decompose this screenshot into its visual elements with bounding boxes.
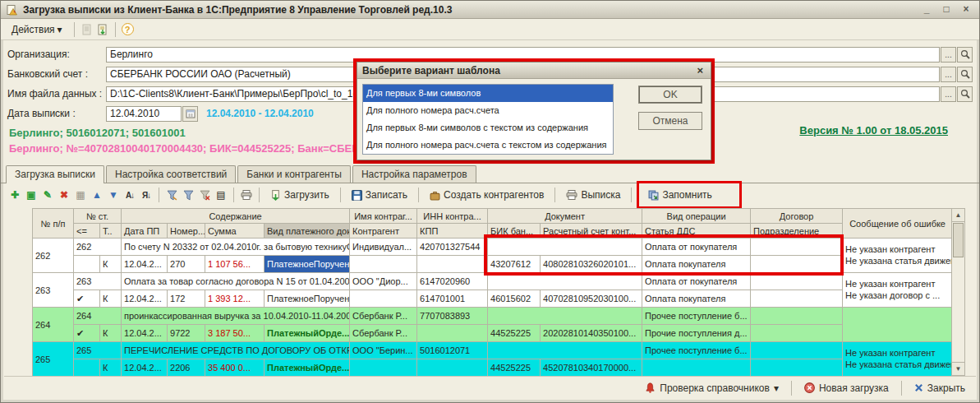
copy-row-icon[interactable]: ▣ xyxy=(24,188,39,202)
sort-desc-icon[interactable]: Я↓ xyxy=(139,188,154,202)
col-header-kpp[interactable]: КПП xyxy=(417,224,488,239)
add-row-icon[interactable]: ✚ xyxy=(7,188,22,202)
reread-icon[interactable] xyxy=(81,23,94,36)
error-cell[interactable]: Не указан контрагентНе указана статья дв… xyxy=(843,239,953,273)
col-header-num[interactable]: Номер... xyxy=(168,224,205,239)
col-header-error[interactable]: Сообщение об ошибке xyxy=(843,209,953,239)
error-cell[interactable] xyxy=(843,308,953,342)
ok-button[interactable]: OK xyxy=(638,86,702,104)
account-ellipsis-button[interactable]: ... xyxy=(941,67,956,82)
statement-date-field[interactable] xyxy=(106,106,182,122)
cancel-button[interactable]: Отмена xyxy=(638,112,702,130)
file-ellipsis-button[interactable]: ... xyxy=(941,86,956,102)
col-header-operation[interactable]: Вид операции xyxy=(642,209,751,224)
close-x-icon xyxy=(914,383,923,392)
col-header-sum[interactable]: Сумма xyxy=(205,224,265,239)
scroll-up-icon[interactable]: ▲ xyxy=(952,209,964,222)
scroll-thumb[interactable] xyxy=(953,223,964,257)
org-lookup-button[interactable] xyxy=(957,47,973,63)
col-header-inn[interactable]: ИНН контра... xyxy=(417,209,488,224)
move-up-icon[interactable]: ▲ xyxy=(90,188,104,202)
list-item[interactable]: Для полного номера расч.счета xyxy=(363,102,613,119)
tab-statement-load[interactable]: Загрузка выписки xyxy=(6,165,104,183)
table-row-detail: К 12.04.2... 270 1 107 56... ПлатежноеПо… xyxy=(33,256,953,273)
separator xyxy=(340,188,341,202)
import-settings-icon[interactable] xyxy=(96,23,109,36)
col-header-t[interactable]: Т.. xyxy=(100,224,122,239)
filter-setup-icon[interactable] xyxy=(164,188,179,202)
statement-print-button[interactable]: Выписка xyxy=(560,186,626,204)
version-link[interactable]: Версия № 1.00 от 18.05.2015 xyxy=(799,124,948,137)
col-header-nst[interactable]: № ст. xyxy=(74,209,122,224)
calendar-icon xyxy=(186,109,196,118)
col-header-check[interactable]: <= xyxy=(74,224,100,239)
col-header-npp[interactable]: № п/п xyxy=(33,209,74,239)
col-header-subdiv[interactable]: Подразделение xyxy=(751,224,843,239)
template-variant-dialog: Выберите вариант шаблона × Для первых 8-… xyxy=(357,62,711,160)
print-icon[interactable] xyxy=(239,188,254,202)
error-cell[interactable]: Не указан контрагентНе указан договор с … xyxy=(843,273,953,308)
minimize-button[interactable]: _ xyxy=(918,3,935,16)
file-lookup-button[interactable] xyxy=(957,86,973,102)
sort-asc-icon[interactable]: А↓ xyxy=(122,188,137,202)
close-form-button[interactable]: Закрыть xyxy=(909,379,971,397)
separator xyxy=(901,381,902,396)
maximize-button[interactable]: □ xyxy=(938,3,955,16)
selected-cell[interactable]: ПлатежноеПоручен... xyxy=(265,256,350,273)
tab-parameters[interactable]: Настройка параметров xyxy=(352,165,476,183)
list-item[interactable]: Для первых 8-ми символов с текстом из со… xyxy=(363,119,613,137)
col-header-date[interactable]: Дата ПП xyxy=(122,224,168,239)
actions-menu[interactable]: Действия ▾ xyxy=(6,21,68,38)
account-lookup-button[interactable] xyxy=(957,67,973,82)
col-header-contractor[interactable]: Контрагент xyxy=(350,224,417,239)
separator xyxy=(259,188,260,202)
col-header-contractor-name[interactable]: Имя контраг... xyxy=(350,209,417,224)
separator xyxy=(791,381,792,396)
edit-row-icon[interactable]: ✎ xyxy=(40,188,55,202)
help-icon[interactable]: ? xyxy=(122,23,134,35)
list-item[interactable]: Для полного номера расч.счета с текстом … xyxy=(363,137,613,154)
load-icon xyxy=(270,190,281,201)
error-cell[interactable]: Не указан контрагентНе указана статья дв… xyxy=(843,342,953,377)
calendar-button[interactable] xyxy=(182,106,198,122)
separator xyxy=(74,22,75,37)
dialog-title-bar: Выберите вариант шаблона × xyxy=(357,63,711,79)
app-window: Загрузка выписки из Клиент-Банка в 1С:Пр… xyxy=(0,0,980,403)
tab-banks-contractors[interactable]: Банки и контрагенты xyxy=(237,165,351,183)
move-down-icon[interactable]: ▼ xyxy=(106,188,121,202)
remember-button[interactable]: Запомнить xyxy=(642,186,717,204)
tab-strip: Загрузка выписки Настройка соответствий … xyxy=(1,165,979,183)
list-item[interactable]: Для первых 8-ми символов xyxy=(363,85,613,102)
bank-account-label: Банковский счет : xyxy=(7,68,106,80)
check-references-button[interactable]: Проверка справочников ▾ xyxy=(639,379,784,397)
cancel-circle-icon xyxy=(804,382,815,393)
col-header-document[interactable]: Документ xyxy=(488,209,642,224)
col-header-doc-kind[interactable]: Вид платежного док... xyxy=(265,224,350,239)
filter-by-value-icon[interactable] xyxy=(181,188,196,202)
magnifier-icon xyxy=(960,89,970,99)
scroll-down-icon[interactable]: ▼ xyxy=(952,362,964,375)
tab-mapping-setup[interactable]: Настройка соответствий xyxy=(106,165,236,183)
magnifier-icon xyxy=(960,49,970,59)
table-row: 264 264 проинкассированная выручка за 10… xyxy=(33,308,953,325)
annotation-remember-highlight: Запомнить xyxy=(637,181,741,209)
dialog-close-icon[interactable]: × xyxy=(694,64,706,76)
new-load-button[interactable]: Новая загрузка xyxy=(798,379,895,397)
col-header-content[interactable]: Содержание xyxy=(122,209,350,224)
org-ellipsis-button[interactable]: ... xyxy=(941,47,956,63)
create-contractors-button[interactable]: Создать контрагентов xyxy=(424,186,550,204)
delete-row-icon[interactable]: ✖ xyxy=(57,188,71,202)
close-button[interactable]: × xyxy=(958,3,974,16)
write-button[interactable]: Записать xyxy=(346,186,413,204)
col-header-dds[interactable]: Статья ДДС xyxy=(642,224,751,239)
col-header-account[interactable]: Расчетный счет конт... xyxy=(541,224,642,239)
load-button[interactable]: Загрузить xyxy=(265,186,335,204)
table-row-detail: ✔ К 12.04.2... 9722 3 187 50... Платежны… xyxy=(33,325,953,342)
table-row: 265 265 ПЕРЕЧИСЛЕНИЕ СРЕДСТВ ПО ДОГОВОРУ… xyxy=(33,342,953,359)
clear-filter-icon[interactable] xyxy=(197,188,212,202)
col-header-bik[interactable]: БИК бан... xyxy=(488,224,541,239)
list-settings-icon[interactable]: ▤ xyxy=(214,188,228,202)
vertical-scrollbar[interactable]: ▲ ▼ xyxy=(951,208,965,376)
floppy-icon xyxy=(352,190,362,201)
col-header-dogovor[interactable]: Договор xyxy=(751,209,843,224)
